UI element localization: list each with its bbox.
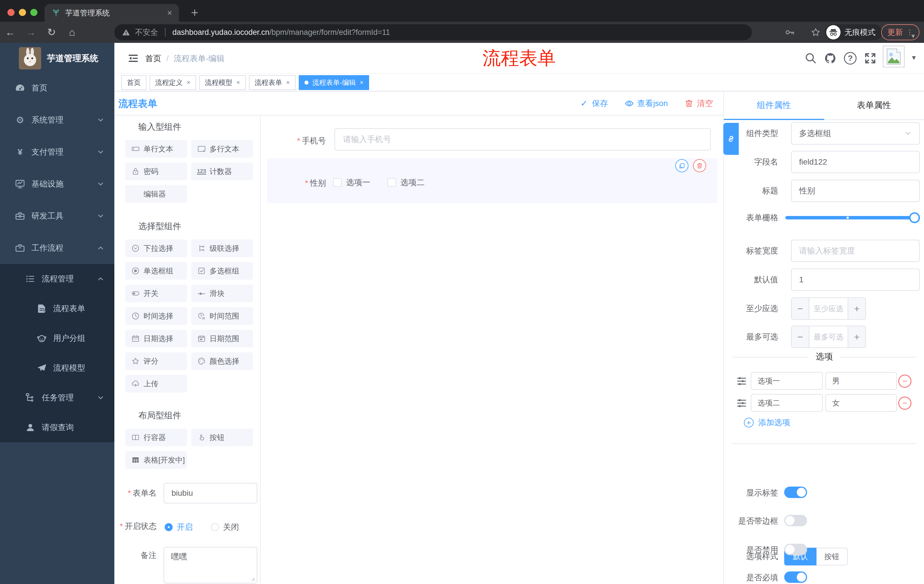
github-icon[interactable]: [824, 52, 837, 64]
toggle-是否带边框[interactable]: [784, 515, 807, 526]
new-tab-button[interactable]: +: [191, 5, 198, 21]
add-option-button[interactable]: + 添加选项: [744, 417, 790, 428]
component-日期范围[interactable]: 日期范围: [191, 330, 253, 347]
sidebar-item-任务管理[interactable]: 任务管理: [0, 383, 114, 413]
drag-handle-icon[interactable]: [736, 398, 747, 408]
sidebar-item-流程表单[interactable]: 流程表单: [0, 294, 114, 323]
component-密码[interactable]: 密码: [125, 163, 187, 180]
tag-流程表单-编辑[interactable]: 流程表单-编辑×: [299, 75, 370, 90]
remove-option-icon[interactable]: −: [898, 375, 911, 388]
sidebar-item-首页[interactable]: 首页: [0, 72, 114, 104]
component-单行文本[interactable]: 单行文本: [125, 140, 187, 158]
copy-widget-button[interactable]: [675, 159, 688, 172]
component-表格[开发中][interactable]: 表格[开发中]: [125, 451, 187, 469]
sidebar-item-流程模型[interactable]: 流程模型: [0, 353, 114, 383]
resize-handle-icon[interactable]: [250, 576, 255, 581]
tab-component-props[interactable]: 组件属性: [724, 91, 824, 119]
component-开关[interactable]: 开关: [125, 285, 187, 302]
forward-icon[interactable]: →: [21, 26, 41, 38]
plus-button[interactable]: +: [848, 298, 865, 319]
breadcrumb-home[interactable]: 首页: [145, 53, 161, 64]
checkbox-option-选项一[interactable]: 选项一: [333, 177, 370, 188]
checkbox-option-选项二[interactable]: 选项二: [388, 177, 424, 188]
action-保存[interactable]: ✓保存: [579, 98, 608, 109]
sidebar-item-流程管理[interactable]: 流程管理: [0, 264, 114, 294]
search-icon[interactable]: [805, 52, 817, 64]
component-评分[interactable]: 评分: [125, 352, 187, 370]
tab-form-props[interactable]: 表单属性: [824, 91, 924, 119]
component-行容器[interactable]: 行容器: [125, 429, 187, 446]
sidebar-item-研发工具[interactable]: 研发工具: [0, 200, 114, 232]
component-多行文本[interactable]: 多行文本: [191, 140, 253, 158]
component-type-select[interactable]: 多选框组: [791, 122, 920, 145]
sidebar-logo[interactable]: 芋道管理系统: [0, 46, 114, 71]
drag-handle-icon[interactable]: [736, 376, 747, 386]
remark-textarea[interactable]: 嘿嘿: [163, 547, 257, 584]
component-单选框组[interactable]: 单选框组: [125, 262, 187, 280]
selected-widget-gender[interactable]: *性别 选项一选项二: [267, 158, 718, 203]
tab-close-icon[interactable]: ×: [167, 8, 172, 17]
toggle-是否禁用[interactable]: [784, 544, 807, 555]
sidebar-item-请假查询[interactable]: 请假查询: [0, 413, 114, 442]
checkbox-icon[interactable]: [333, 178, 342, 187]
component-颜色选择[interactable]: 颜色选择: [191, 352, 253, 370]
action-查看json[interactable]: 查看json: [625, 98, 668, 109]
tag-close-icon[interactable]: ×: [187, 79, 190, 86]
title-input[interactable]: 性别: [791, 180, 920, 202]
grid-slider[interactable]: [785, 216, 916, 219]
sidebar-item-用户分组[interactable]: 用户分组: [0, 323, 114, 353]
component-编辑器[interactable]: 编辑器: [125, 185, 187, 203]
option-value-input[interactable]: 女: [825, 394, 897, 412]
component-滑块[interactable]: 滑块: [191, 285, 253, 302]
field-name-input[interactable]: field122: [791, 151, 920, 173]
slider-handle[interactable]: [909, 212, 920, 223]
component-下拉选择[interactable]: 下拉选择: [125, 239, 187, 257]
tag-流程表单[interactable]: 流程表单×: [249, 75, 295, 90]
toggle-显示标签[interactable]: [784, 487, 807, 498]
tag-close-icon[interactable]: ×: [360, 79, 364, 86]
sidebar-item-基础设施[interactable]: 基础设施: [0, 168, 114, 200]
minus-button[interactable]: −: [792, 298, 809, 319]
window-zoom-button[interactable]: [30, 9, 38, 16]
help-icon[interactable]: ?: [844, 52, 856, 64]
phone-input[interactable]: 请输入手机号: [335, 128, 711, 151]
delete-widget-button[interactable]: [693, 159, 706, 172]
fullscreen-icon[interactable]: [864, 52, 876, 64]
home-icon[interactable]: ⌂: [62, 26, 82, 38]
default-value-input[interactable]: 1: [791, 268, 920, 291]
label-width-input[interactable]: 请输入标签宽度: [791, 240, 920, 262]
plus-button[interactable]: +: [848, 326, 865, 347]
bookmark-star-icon[interactable]: [811, 28, 820, 37]
sidebar-item-系统管理[interactable]: ⚙系统管理: [0, 104, 114, 136]
collapse-sidebar-icon[interactable]: [125, 50, 142, 67]
option-value-input[interactable]: 男: [825, 372, 897, 390]
remove-option-icon[interactable]: −: [898, 396, 911, 410]
security-label[interactable]: 不安全: [135, 27, 158, 38]
user-menu-caret-icon[interactable]: ▾: [912, 53, 916, 62]
component-时间选择[interactable]: 时间选择: [125, 307, 187, 325]
tag-首页[interactable]: 首页: [121, 75, 146, 90]
password-key-icon[interactable]: [785, 28, 795, 37]
tag-close-icon[interactable]: ×: [236, 79, 240, 86]
component-按钮[interactable]: 按钮: [191, 429, 253, 446]
toggle-是否必填[interactable]: [784, 571, 807, 583]
sidebar-item-工作流程[interactable]: 工作流程: [0, 232, 114, 264]
back-icon[interactable]: ←: [0, 26, 21, 38]
status-radio-off[interactable]: 关闭: [211, 522, 239, 533]
window-minimize-button[interactable]: [19, 9, 26, 16]
component-计数器[interactable]: 123计数器: [191, 163, 253, 180]
minus-button[interactable]: −: [792, 326, 809, 347]
component-日期选择[interactable]: 日期选择: [125, 330, 187, 347]
action-清空[interactable]: 清空: [685, 98, 713, 109]
address-bar[interactable]: 不安全 dashboard.yudao.iocoder.cn/bpm/manag…: [114, 24, 752, 40]
component-多选框组[interactable]: 多选框组: [191, 262, 253, 280]
status-radio-on[interactable]: 开启: [165, 522, 193, 533]
tag-close-icon[interactable]: ×: [286, 79, 290, 86]
component-上传[interactable]: 上传: [125, 375, 187, 393]
component-级联选择[interactable]: 级联选择: [191, 239, 253, 257]
form-name-input[interactable]: biubiu: [163, 483, 257, 503]
reload-icon[interactable]: ↻: [41, 26, 62, 38]
avatar[interactable]: [883, 46, 904, 67]
sidebar-item-支付管理[interactable]: ¥支付管理: [0, 136, 114, 168]
window-close-button[interactable]: [7, 9, 15, 16]
